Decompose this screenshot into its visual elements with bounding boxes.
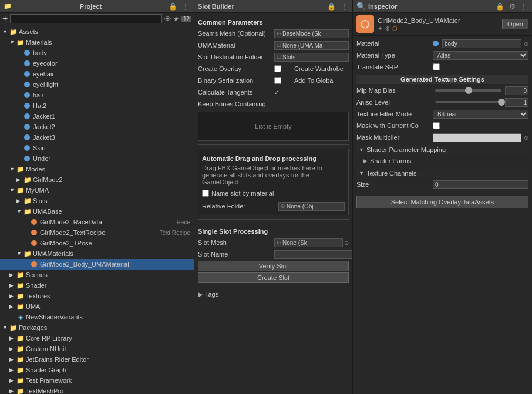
shader-parms-arrow[interactable]: ▶ xyxy=(363,158,368,164)
mask-current-checkbox[interactable] xyxy=(433,122,440,129)
relative-folder-field[interactable]: ⊙ None (Obj xyxy=(278,202,345,211)
tree-item-ShaderGraph[interactable]: ▶📁Shader Graph xyxy=(0,365,194,375)
tree-item-NewShaderVariants[interactable]: ◈NewShaderVariants xyxy=(0,312,194,322)
material-type-row: Material Type Atlas xyxy=(356,50,528,60)
material-label: Material xyxy=(356,40,433,47)
tree-item-UMA[interactable]: ▶📁UMA xyxy=(0,301,194,312)
tree-item-GirlMode2[interactable]: ▶📁GirlMode2 xyxy=(0,174,194,185)
tree-label-eyecolor: eyecolor xyxy=(33,60,58,67)
material-target-icon[interactable]: ⊙ xyxy=(524,41,528,47)
select-matching-button[interactable]: Select Matching OverlayDataAssets xyxy=(356,196,528,208)
aniso-field[interactable] xyxy=(505,98,528,107)
tree-item-Scenes[interactable]: ▶📁Scenes xyxy=(0,270,194,280)
project-panel-icons: 🔒 ⋮ xyxy=(167,2,190,11)
drag-drop-section[interactable]: Automatic Drag and Drop processing Drag … xyxy=(198,149,349,215)
slot-dest-value: Slots xyxy=(282,54,295,60)
tree-item-materials[interactable]: ▼📁Materials xyxy=(0,37,194,48)
tree-item-GirlMode2_RaceData[interactable]: GirlMode2_RaceDataRace xyxy=(0,217,194,227)
tree-item-Jacket2[interactable]: Jacket2 xyxy=(0,122,194,132)
tree-item-Hat2[interactable]: Hat2 xyxy=(0,100,194,111)
slot-builder-menu-icon[interactable]: ⋮ xyxy=(339,2,349,11)
slot-mesh-dot: ⊙ xyxy=(277,240,281,245)
calc-tangents-label: Calculate Tangents xyxy=(198,89,274,96)
verify-slot-button[interactable]: Verify Slot xyxy=(198,261,349,271)
tree-item-Jacket3[interactable]: Jacket3 xyxy=(0,132,194,143)
obj-settings-icon[interactable]: ⚙ xyxy=(385,25,390,32)
tree-arrow: ▼ xyxy=(9,39,16,45)
mip-map-slider[interactable] xyxy=(435,89,501,92)
tree-item-body[interactable]: body xyxy=(0,48,194,58)
empty-list-box: List is Empty xyxy=(198,112,349,141)
slot-builder-lock-icon[interactable]: 🔒 xyxy=(326,2,337,11)
tree-item-CustomNUnit[interactable]: ▶📁Custom NUnit xyxy=(0,344,194,354)
tree-item-GirlMode2_TPose[interactable]: GirlMode2_TPose xyxy=(0,238,194,248)
panel-menu-icon[interactable]: ⋮ xyxy=(181,2,190,11)
tree-item-CoreRPLibrary[interactable]: ▶📁Core RP Library xyxy=(0,333,194,344)
panel-lock-icon[interactable]: 🔒 xyxy=(167,2,179,11)
relative-folder-value: None (Obj xyxy=(287,203,314,210)
translate-srp-checkbox[interactable] xyxy=(433,63,440,70)
search-input[interactable] xyxy=(10,14,162,23)
uma-material-field[interactable]: ☐ None (UMA Ma xyxy=(274,41,349,50)
tree-item-GirlMode2_TextRecipe[interactable]: GirlMode2_TextRecipeText Recipe xyxy=(0,227,194,238)
tree-item-Slots[interactable]: ▶📁Slots xyxy=(0,196,194,206)
open-button[interactable]: Open xyxy=(502,19,528,29)
tree-arrow: ▶ xyxy=(9,304,16,309)
tree-item-UMAMaterials[interactable]: ▼📁UMAMaterials xyxy=(0,248,194,259)
tree-item-eyeHight[interactable]: eyeHight xyxy=(0,79,194,90)
material-field[interactable] xyxy=(442,39,521,48)
tree-item-MyUMA[interactable]: ▼📁MyUMA xyxy=(0,185,194,196)
seams-mesh-field[interactable]: ⊙ BaseMode (Sk xyxy=(274,29,349,38)
tree-item-TestFramework[interactable]: ▶📁Test Framework xyxy=(0,375,194,386)
drag-drop-text: Drag FBX GameObject or meshes here to ge… xyxy=(202,164,345,186)
tree-item-hair[interactable]: hair xyxy=(0,90,194,100)
tree-arrow: ▼ xyxy=(16,251,23,257)
tree-item-TextMeshPro[interactable]: ▶📁TextMeshPro xyxy=(0,386,194,394)
size-field[interactable] xyxy=(433,180,528,189)
binary-serial-checkbox[interactable] xyxy=(274,77,281,84)
mask-mult-target[interactable]: ⊙ xyxy=(524,134,528,141)
favorite-icon[interactable]: ★ xyxy=(173,15,179,23)
insp-settings-icon[interactable]: ⚙ xyxy=(508,2,517,11)
shader-param-section[interactable]: ▼ Shader Parameter Mapping xyxy=(356,145,528,154)
tree-item-assets[interactable]: ▼📁Assets xyxy=(0,26,194,37)
tree-item-Skirt[interactable]: Skirt xyxy=(0,143,194,153)
create-overlay-checkbox[interactable] xyxy=(274,65,281,72)
slot-dest-field[interactable]: ☐ Slots xyxy=(274,53,349,62)
insp-menu-icon[interactable]: ⋮ xyxy=(519,2,528,11)
blue-circle-icon xyxy=(24,71,30,77)
aniso-slider[interactable] xyxy=(435,101,501,103)
tree-item-JetBrainsRiderEditor[interactable]: ▶📁JetBrains Rider Editor xyxy=(0,354,194,365)
tree-item-Packages[interactable]: ▼📁Packages xyxy=(0,322,194,333)
name-slot-checkbox[interactable] xyxy=(202,190,209,197)
tree-icon-folder: 📁 xyxy=(16,38,25,46)
insp-lock-icon[interactable]: 🔒 xyxy=(494,2,506,11)
texture-channels-section[interactable]: ▼ Texture Channels xyxy=(356,169,528,178)
mip-map-field[interactable] xyxy=(505,86,528,95)
tree-item-Textures[interactable]: ▶📁Textures xyxy=(0,291,194,301)
tree-item-eyehair[interactable]: eyehair xyxy=(0,69,194,79)
texture-filter-dropdown[interactable]: Bilinear xyxy=(433,110,528,119)
material-type-label: Material Type xyxy=(356,52,433,59)
tree-item-Shader[interactable]: ▶📁Shader xyxy=(0,280,194,291)
slot-dest-dot: ☐ xyxy=(277,54,281,60)
obj-icons-row: ✦ ⚙ ⬡ xyxy=(378,25,502,32)
tree-label-GirlMode2_TPose: GirlMode2_TPose xyxy=(40,240,92,247)
aniso-thumb xyxy=(498,99,505,106)
tags-arrow[interactable]: ▶ xyxy=(198,291,203,298)
gen-texture-header: Generated Texture Settings xyxy=(356,75,528,84)
eye-icon[interactable]: 👁 xyxy=(164,15,171,22)
slot-mesh-field[interactable]: ⊙ None (Sk xyxy=(274,238,343,247)
tree-item-Under[interactable]: Under xyxy=(0,153,194,164)
create-slot-button[interactable]: Create Slot xyxy=(198,272,349,283)
tree-item-Modes[interactable]: ▼📁Modes xyxy=(0,164,194,174)
blue-circle-icon xyxy=(24,82,30,87)
add-button[interactable]: + xyxy=(2,14,8,23)
material-type-dropdown[interactable]: Atlas xyxy=(433,51,528,60)
tree-item-GirlMode2_Body_UMAMaterial[interactable]: GirlMode2_Body_UMAMaterial xyxy=(0,259,194,270)
tree-item-UMABase[interactable]: ▼📁UMABase xyxy=(0,206,194,217)
tree-item-Jacket1[interactable]: Jacket1 xyxy=(0,111,194,122)
tree-item-eyecolor[interactable]: eyecolor xyxy=(0,58,194,69)
tree-arrow: ▶ xyxy=(9,388,16,394)
slot-name-input[interactable] xyxy=(274,250,352,259)
